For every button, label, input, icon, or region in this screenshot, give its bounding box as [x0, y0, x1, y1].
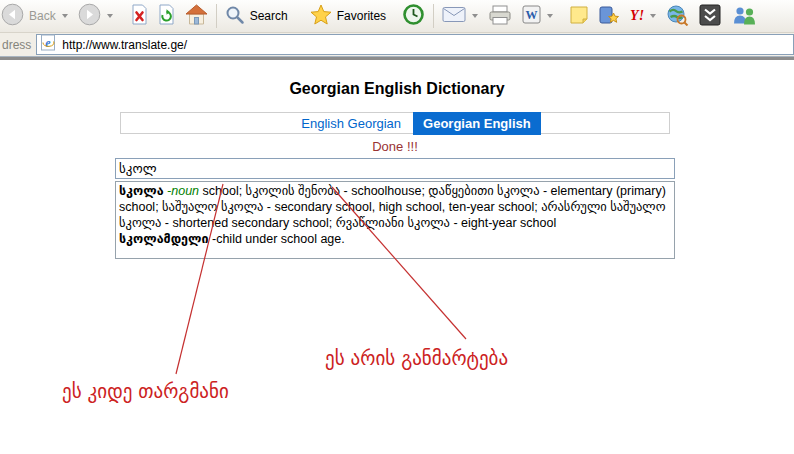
print-icon [488, 5, 512, 28]
status-text: Done !!! [115, 139, 675, 154]
address-label: dress [2, 38, 31, 52]
search-box [115, 158, 675, 179]
home-button[interactable] [180, 1, 213, 31]
refresh-icon [158, 4, 175, 28]
tab-english-georgian[interactable]: English Georgian [301, 116, 401, 131]
yahoo-dropdown-icon[interactable] [650, 14, 656, 18]
search-button[interactable]: Search [220, 1, 293, 31]
entry-headword: სკოლამდელი [119, 232, 209, 246]
page-content: Georgian English Dictionary English Geor… [0, 60, 794, 454]
search-icon [225, 5, 245, 28]
toolbar-separator [433, 4, 434, 28]
annotation-translation: ეს კიდე თარგმანი [62, 380, 229, 402]
tab-georgian-english[interactable]: Georgian English [413, 112, 541, 135]
mail-dropdown-icon[interactable] [472, 14, 478, 18]
tab-bar: English Georgian Georgian English [120, 112, 670, 134]
url-input[interactable] [60, 36, 790, 54]
results-box: სკოლა -noun school; სკოლის შენობა - scho… [115, 181, 675, 259]
svg-text:W: W [526, 8, 538, 22]
double-chevron-icon [699, 4, 721, 29]
favorites-star-icon [310, 4, 332, 28]
dictionary-entry: სკოლა -noun school; სკოლის შენობა - scho… [119, 183, 671, 231]
back-dropdown-icon[interactable] [62, 14, 68, 18]
entry-headword: სკოლა [119, 184, 164, 198]
search-label: Search [250, 9, 288, 23]
messenger-star-icon [599, 5, 620, 28]
mail-icon [442, 6, 466, 26]
print-button[interactable] [483, 1, 517, 31]
history-button[interactable] [397, 1, 430, 31]
forward-icon [78, 3, 101, 29]
stop-button[interactable] [126, 1, 153, 31]
note-icon [569, 5, 589, 28]
browser-window: Back Searc [0, 0, 794, 454]
dictionary-entry: სკოლამდელი -child under school age. [119, 231, 671, 247]
entry-definition: school; სკოლის შენობა - schoolhouse; დაწ… [119, 184, 666, 230]
globe-search-icon [666, 4, 689, 29]
yahoo-button[interactable]: Y! [625, 1, 661, 31]
history-icon [402, 3, 425, 29]
msn-messenger-button[interactable] [726, 1, 763, 31]
yahoo-icon: Y! [630, 8, 644, 24]
forward-dropdown-icon[interactable] [107, 14, 113, 18]
people-icon [731, 5, 758, 28]
stop-icon [131, 4, 148, 28]
back-button[interactable]: Back [0, 1, 73, 31]
ie-page-icon: e [40, 34, 56, 55]
messenger-note-button[interactable] [564, 1, 594, 31]
toolbar-options-button[interactable] [694, 1, 726, 31]
browser-toolbar: Back Searc [0, 0, 794, 33]
dictionary-panel: English Georgian Georgian English Done !… [115, 112, 675, 259]
annotation-definition: ეს არის განმარტება [325, 347, 508, 369]
mail-button[interactable] [437, 1, 483, 31]
dictionary-search-input[interactable] [115, 158, 675, 179]
svg-text:e: e [46, 36, 52, 50]
back-label: Back [29, 9, 56, 23]
address-bar: dress e [0, 33, 794, 56]
favorites-button[interactable]: Favorites [305, 1, 391, 31]
home-icon [185, 4, 208, 28]
entry-part-of-speech: -noun [164, 184, 199, 198]
page-title: Georgian English Dictionary [0, 80, 794, 98]
edit-dropdown-icon[interactable] [547, 14, 553, 18]
edit-with-word-button[interactable]: W [517, 1, 558, 31]
toolbar-separator [216, 4, 217, 28]
entry-definition: -child under school age. [209, 232, 345, 246]
messenger-star-button[interactable] [594, 1, 625, 31]
back-icon [1, 3, 24, 29]
translate-globe-button[interactable] [661, 1, 694, 31]
address-input-box[interactable]: e [36, 34, 794, 55]
refresh-button[interactable] [153, 1, 180, 31]
forward-button[interactable] [73, 1, 118, 31]
word-icon: W [522, 5, 541, 27]
favorites-label: Favorites [337, 9, 386, 23]
